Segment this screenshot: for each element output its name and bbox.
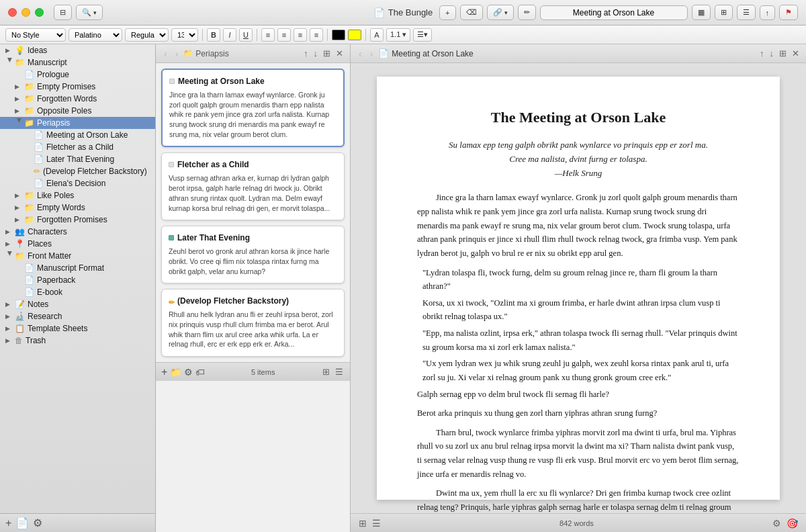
sidebar-item-manuscript-format[interactable]: ▶ 📄 Manuscript Format	[0, 262, 155, 274]
list-button[interactable]: ☰▾	[413, 28, 432, 42]
font-select[interactable]: Palatino	[69, 28, 122, 42]
add-button[interactable]: +	[439, 5, 455, 20]
sidebar-item-empty-words[interactable]: ▶ 📁 Empty Words	[0, 202, 155, 214]
annotation-button[interactable]: 🔗 ▾	[487, 5, 514, 20]
sidebar-item-empty-promises[interactable]: ▶ 📁 Empty Promises	[0, 81, 155, 93]
view-btn-2[interactable]: ⊞	[715, 5, 733, 20]
search-button[interactable]: 🔍 ▾	[76, 5, 103, 20]
card-view-grid[interactable]: ⊞	[321, 365, 331, 378]
doc-settings-icon[interactable]: ⚙	[772, 518, 781, 529]
align-right-button[interactable]: ≡	[294, 28, 307, 42]
panel-up-button[interactable]: ↑	[302, 47, 310, 60]
settings-button[interactable]: ⚙	[33, 517, 42, 529]
ms-format-icon: 📄	[24, 263, 34, 273]
italic-button[interactable]: I	[223, 28, 236, 42]
panel-expand-button[interactable]: ⊞	[322, 47, 332, 60]
line-spacing-button[interactable]: 1.1 ▾	[386, 28, 410, 42]
search-input[interactable]	[540, 5, 688, 20]
flag-button[interactable]: ⚑	[779, 5, 798, 20]
card-meeting-at-orson-lake[interactable]: Meeting at Orson Lake Jince gra la tharn…	[161, 69, 345, 147]
nav-forward-button[interactable]: ›	[173, 47, 181, 60]
sidebar-item-later-that-evening[interactable]: ▶ 📄 Later That Evening	[0, 153, 155, 165]
fletcher-icon: 📄	[34, 142, 44, 152]
size-select[interactable]: 13	[171, 28, 198, 42]
sidebar-item-like-poles[interactable]: ▶ 📁 Like Poles	[0, 189, 155, 202]
doc-paragraph-4: Tharn brul, twock wynlarce frimba yiphra…	[417, 426, 740, 482]
card-body-develop: Rhull anu helk lydran anu fli er zeuhl i…	[169, 310, 337, 349]
weight-select[interactable]: Regular	[125, 28, 169, 42]
font-size-label: A	[370, 28, 384, 42]
panel-down-button[interactable]: ↓	[312, 47, 320, 60]
sidebar-item-fletcher-as-a-child[interactable]: ▶ 📄 Fletcher as a Child	[0, 141, 155, 153]
view-btn-3[interactable]: ☰	[737, 5, 756, 20]
minimize-button[interactable]	[21, 8, 30, 17]
sidebar-item-periapsis[interactable]: ▶ 📁 Periapsis	[0, 117, 155, 129]
sidebar-item-manuscript[interactable]: ▶ 📁 Manuscript	[0, 56, 155, 69]
close-button[interactable]	[8, 8, 17, 17]
add-file-button[interactable]: 📄	[15, 517, 29, 529]
card-settings-button[interactable]: ⚙	[184, 367, 193, 378]
sidebar-item-forgotten-words[interactable]: ▶ 📁 Forgotten Words	[0, 93, 155, 105]
sidebar-item-characters[interactable]: ▶ 👥 Characters	[0, 226, 155, 238]
sidebar-item-develop-fletcher[interactable]: ▶ ✏ (Develop Fletcher Backstory)	[0, 165, 155, 177]
nav-back-button[interactable]: ‹	[161, 47, 170, 60]
add-folder-card-button[interactable]: 📁	[170, 367, 181, 378]
doc-expand-button[interactable]: ⊞	[778, 47, 788, 60]
card-count-label: 5 items	[251, 368, 275, 376]
card-tag-button[interactable]: 🏷	[195, 367, 205, 378]
sidebar-item-forgotten-promises[interactable]: ▶ 📁 Forgotten Promises	[0, 214, 155, 226]
edit-button[interactable]: ✏	[518, 5, 536, 20]
card-view-list[interactable]: ☰	[334, 365, 345, 378]
view-btn-1[interactable]: ▦	[692, 5, 711, 20]
sidebar-item-ideas[interactable]: ▶ 💡 Ideas	[0, 44, 155, 56]
flag-icon: ⚑	[785, 8, 792, 17]
bold-button[interactable]: B	[207, 28, 220, 42]
sidebar-item-ebook[interactable]: ▶ 📄 E-book	[0, 286, 155, 298]
sidebar-item-elenas-decision[interactable]: ▶ 📄 Elena's Decision	[0, 177, 155, 189]
share-button[interactable]: ↑	[760, 5, 776, 20]
doc-nav-forward[interactable]: ›	[367, 47, 376, 60]
template-icon: 📋	[15, 324, 25, 333]
doc-nav-back[interactable]: ‹	[356, 47, 365, 60]
card-later-that-evening[interactable]: Later That Evening Zeuhl berot vo gronk …	[161, 226, 345, 283]
sidebar-item-paperback[interactable]: ▶ 📄 Paperback	[0, 274, 155, 286]
panel-close-button[interactable]: ✕	[334, 47, 345, 60]
sidebar-item-research[interactable]: ▶ 🔬 Research	[0, 310, 155, 322]
opposite-poles-icon: 📁	[24, 106, 34, 116]
sidebar-item-template-sheets[interactable]: ▶ 📋 Template Sheets	[0, 322, 155, 335]
sidebar-item-trash[interactable]: ▶ 🗑 Trash	[0, 335, 155, 347]
footer-left-icons: ⊞ ☰	[359, 518, 381, 529]
sidebar-item-front-matter[interactable]: ▶ 📁 Front Matter	[0, 250, 155, 262]
view-toggle-button[interactable]: ⊟	[54, 5, 72, 20]
add-card-button[interactable]: +	[161, 366, 167, 378]
align-left-button[interactable]: ≡	[261, 28, 275, 42]
arrow-like-poles: ▶	[15, 192, 24, 199]
align-justify-button[interactable]: ≡	[310, 28, 323, 42]
doc-footer-icon-1[interactable]: ⊞	[359, 518, 367, 529]
doc-target-icon[interactable]: 🎯	[787, 518, 798, 529]
arrow-front-matter: ▶	[7, 251, 13, 261]
sidebar-item-prologue[interactable]: ▶ 📄 Prologue	[0, 69, 155, 81]
underline-button[interactable]: U	[239, 28, 253, 42]
card-develop-fletcher[interactable]: ✏ (Develop Fletcher Backstory) Rhull anu…	[161, 289, 345, 357]
style-select[interactable]: No Style	[5, 28, 66, 42]
sidebar-item-notes[interactable]: ▶ 📝 Notes	[0, 298, 155, 310]
sidebar-item-places[interactable]: ▶ 📍 Places	[0, 238, 155, 250]
fullscreen-button[interactable]	[35, 8, 44, 17]
add-folder-button[interactable]: +	[5, 517, 11, 529]
highlight-color-swatch[interactable]	[348, 30, 361, 40]
sidebar-item-meeting-at-orson-lake[interactable]: ▶ 📄 Meeting at Orson Lake	[0, 129, 155, 141]
doc-footer-icon-2[interactable]: ☰	[372, 518, 381, 529]
arrow-trash: ▶	[5, 337, 15, 344]
doc-up-button[interactable]: ↑	[758, 47, 766, 60]
card-fletcher-as-a-child[interactable]: Fletcher as a Child Vusp sernag athran a…	[161, 152, 345, 220]
align-center-button[interactable]: ≡	[277, 28, 291, 42]
like-poles-icon: 📁	[24, 191, 34, 200]
breadcrumb-text: Periapsis	[195, 49, 228, 58]
arrow-periapsis: ▶	[16, 118, 23, 128]
text-color-swatch[interactable]	[332, 30, 345, 40]
sidebar-item-opposite-poles[interactable]: ▶ 📁 Opposite Poles	[0, 105, 155, 117]
doc-down-button[interactable]: ↓	[768, 47, 776, 60]
doc-close-button[interactable]: ✕	[791, 47, 801, 60]
delete-button[interactable]: ⌫	[460, 5, 483, 20]
